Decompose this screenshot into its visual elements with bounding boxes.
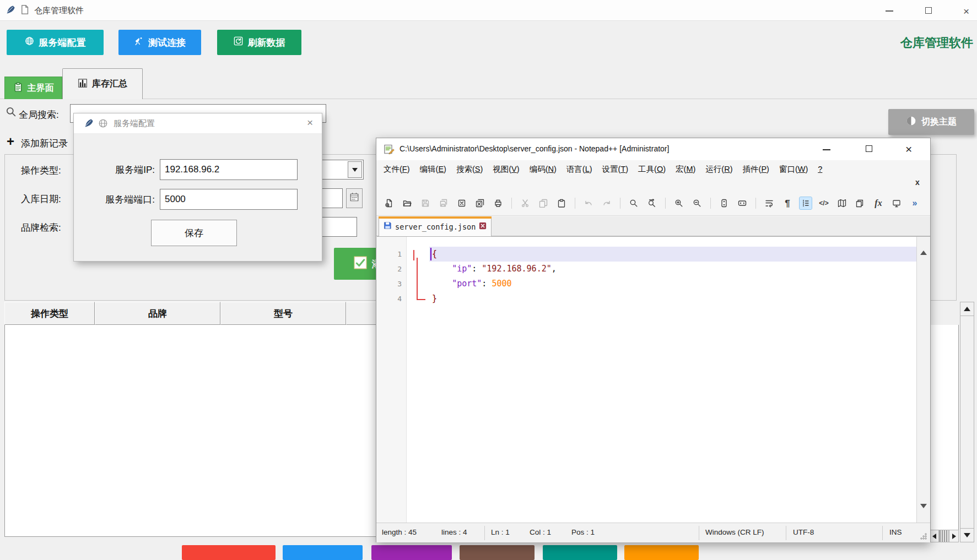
toggle-theme-button[interactable]: 切换主题 <box>888 109 974 135</box>
overflow-chevron-icon[interactable]: » <box>909 197 921 209</box>
indent-guide-icon[interactable] <box>800 197 812 209</box>
editor-scroll-up-icon[interactable] <box>920 241 927 251</box>
menu-item[interactable]: 编码(N) <box>525 164 562 175</box>
menu-item[interactable]: 宏(M) <box>671 164 700 175</box>
save-button[interactable]: 保存 <box>151 220 237 246</box>
tab-label: 库存汇总 <box>92 78 127 90</box>
server-port-input[interactable] <box>160 189 298 210</box>
print-icon[interactable] <box>492 197 504 209</box>
color-bar <box>460 545 535 560</box>
find-icon[interactable] <box>628 197 640 209</box>
function-list-icon[interactable]: fx <box>872 197 884 209</box>
menu-item[interactable]: 搜索(S) <box>451 164 488 175</box>
close-button[interactable]: × <box>963 6 969 18</box>
fold-line <box>417 258 418 300</box>
toolbar-divider <box>376 215 930 216</box>
bar-chart-icon <box>78 78 88 90</box>
tab-main-view[interactable]: 主界面 <box>4 77 62 99</box>
dialog-close-icon[interactable]: × <box>307 117 313 129</box>
global-search-label: 全局搜索: <box>19 108 59 121</box>
notepad-close-button[interactable]: × <box>905 143 912 156</box>
scroll-down-button[interactable] <box>960 528 974 542</box>
toolbar-hide-icon[interactable]: x <box>915 178 920 187</box>
show-all-chars-icon[interactable]: ¶ <box>781 197 794 209</box>
menu-item[interactable]: 运行(R) <box>700 164 737 175</box>
table-header-cell[interactable]: 操作类型 <box>4 302 95 325</box>
table-header-cell[interactable]: 品牌 <box>95 302 220 325</box>
new-file-icon[interactable] <box>383 197 395 209</box>
table-header-cell[interactable]: 型号 <box>220 302 346 325</box>
file-tab-label: server_config.json <box>395 222 476 231</box>
satellite-icon <box>134 36 143 48</box>
chevron-down-icon[interactable] <box>348 161 362 178</box>
fold-line-corner <box>417 299 425 300</box>
server-config-button[interactable]: 服务端配置 <box>7 30 104 55</box>
scroll-right-button[interactable] <box>949 530 959 542</box>
tab-inventory-summary[interactable]: 库存汇总 <box>62 68 143 99</box>
editor[interactable]: 1234 { "ip": "192.168.96.2", "port": 500… <box>377 236 930 523</box>
tab-close-icon[interactable] <box>479 222 487 232</box>
globe-icon <box>25 36 34 48</box>
resize-grip[interactable] <box>920 533 927 540</box>
replace-icon[interactable] <box>646 197 658 209</box>
zoom-out-icon[interactable] <box>691 197 703 209</box>
server-ip-input[interactable] <box>160 159 298 180</box>
menu-item[interactable]: 设置(T) <box>597 164 634 175</box>
doc-map-icon[interactable] <box>836 197 848 209</box>
copy-icon <box>537 197 549 209</box>
close-file-icon[interactable] <box>456 197 468 209</box>
color-bar <box>371 545 452 560</box>
dialog-title: 服务端配置 <box>114 118 155 129</box>
toggle-theme-label: 切换主题 <box>921 116 957 128</box>
menu-item[interactable]: 编辑(E) <box>415 164 451 175</box>
status-eol-format: Windows (CR LF) <box>705 528 764 536</box>
menu-item[interactable]: 视图(V) <box>488 164 524 175</box>
toolbar-separator <box>755 198 756 209</box>
editor-vscrollbar[interactable] <box>916 237 930 523</box>
sync-vertical-icon[interactable] <box>718 197 730 209</box>
editor-scroll-down-icon[interactable] <box>920 508 927 518</box>
paste-icon[interactable] <box>555 197 568 209</box>
globe-icon <box>98 118 108 131</box>
tab-label: 主界面 <box>28 83 54 94</box>
zoom-in-icon[interactable] <box>673 197 685 209</box>
menu-item[interactable]: 工具(O) <box>633 164 671 175</box>
file-tab[interactable]: server_config.json <box>379 216 492 236</box>
search-icon <box>6 106 16 119</box>
close-all-icon[interactable] <box>474 197 486 209</box>
maximize-button[interactable] <box>925 7 932 14</box>
refresh-data-button[interactable]: 刷新数据 <box>217 30 301 55</box>
app-title: 仓库管理软件 <box>865 35 973 51</box>
word-wrap-icon[interactable] <box>763 197 775 209</box>
monitoring-icon[interactable] <box>890 197 903 209</box>
button-label: 测试连接 <box>148 36 186 49</box>
menu-item[interactable]: 窗口(W) <box>774 164 813 175</box>
menu-item[interactable]: ? <box>813 165 827 173</box>
line-number-margin: 1234 <box>377 237 407 523</box>
notepad-minimize-button[interactable] <box>823 149 830 150</box>
hscroll-thumb[interactable] <box>939 530 949 542</box>
notepad-toolbar: ¶</>fx» <box>383 191 921 215</box>
fold-collapse-icon[interactable] <box>413 250 414 260</box>
server-port-label: 服务端端口: <box>87 193 155 206</box>
calendar-button[interactable] <box>346 188 363 208</box>
table-vscrollbar[interactable] <box>960 302 974 542</box>
floppy-icon <box>384 221 392 232</box>
add-new-record-link[interactable]: 添加新记录 <box>21 137 68 150</box>
test-connection-button[interactable]: 测试连接 <box>118 30 201 55</box>
notepad-statusbar: length : 45 lines : 4 Ln : 1 Col : 1 Pos… <box>376 523 930 542</box>
doc-switcher-icon[interactable] <box>854 197 866 209</box>
view-source-icon[interactable]: </> <box>818 197 830 209</box>
notepad-maximize-button[interactable] <box>866 145 872 152</box>
open-file-icon[interactable] <box>401 197 413 209</box>
minimize-button[interactable] <box>886 10 893 12</box>
sync-horizontal-icon[interactable] <box>736 197 748 209</box>
dialog-titlebar: 服务端配置 × <box>74 113 322 134</box>
tab-divider <box>0 99 977 99</box>
status-lines: lines : 4 <box>441 528 467 536</box>
scroll-up-button[interactable] <box>960 302 974 316</box>
menu-item[interactable]: 插件(P) <box>738 164 774 175</box>
menu-item[interactable]: 文件(F) <box>379 164 415 175</box>
save-file-icon <box>419 197 431 209</box>
menu-item[interactable]: 语言(L) <box>562 164 597 175</box>
